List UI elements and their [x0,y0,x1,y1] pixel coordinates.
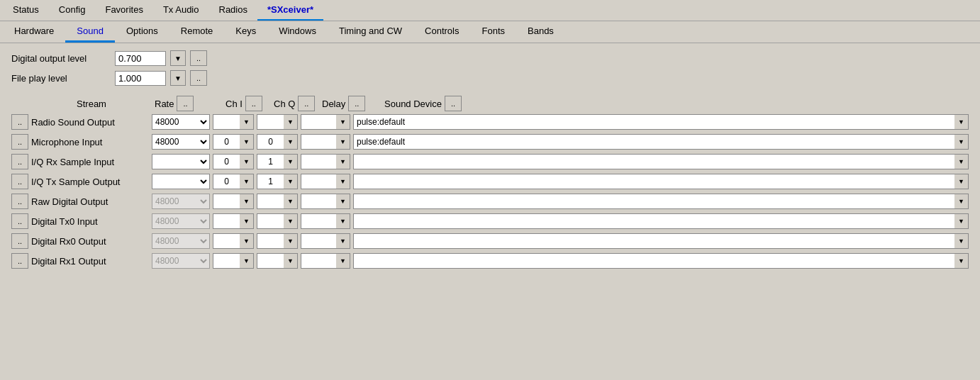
ch-i-input[interactable] [213,134,240,150]
ch-q-dropdown[interactable]: ▼ [284,253,298,269]
tab-windows[interactable]: Windows [267,21,328,43]
ch-i-input[interactable] [213,213,240,229]
device-input[interactable] [353,253,954,269]
ch-q-input[interactable] [257,114,284,130]
ch-i-dropdown[interactable]: ▼ [240,233,254,249]
ch-i-dropdown[interactable]: ▼ [240,253,254,269]
delay-dropdown[interactable]: ▼ [336,213,350,229]
delay-input[interactable] [301,194,336,209]
device-dropdown[interactable]: ▼ [954,233,969,249]
ch-q-dropdown[interactable]: ▼ [284,213,298,229]
device-input[interactable] [353,213,954,229]
ch-q-dropdown[interactable]: ▼ [284,174,298,189]
device-dropdown[interactable]: ▼ [954,134,969,150]
device-input[interactable] [353,233,954,249]
row-dots-btn[interactable]: .. [11,154,28,169]
row-dots-btn[interactable]: .. [11,253,28,269]
menu-item-sxceiver[interactable]: *SXceiver* [257,0,323,21]
ch-i-dropdown[interactable]: ▼ [240,213,254,229]
file-play-input[interactable] [115,71,166,86]
rate-select[interactable]: 8000110251600022050441004800096000192000 [152,174,210,189]
ch-i-input[interactable] [213,194,240,209]
row-dots-btn[interactable]: .. [11,134,28,150]
ch-i-dropdown[interactable]: ▼ [240,114,254,130]
tab-fonts[interactable]: Fonts [470,21,516,43]
rate-select[interactable]: 8000110251600022050441004800096000192000 [152,213,210,229]
delay-input[interactable] [301,233,336,249]
delay-dropdown[interactable]: ▼ [336,253,350,269]
ch-i-input[interactable] [213,253,240,269]
ch-i-input[interactable] [213,114,240,130]
delay-input[interactable] [301,114,336,130]
header-delay-dots[interactable]: .. [348,96,365,111]
tab-keys[interactable]: Keys [224,21,267,43]
delay-input[interactable] [301,174,336,189]
tab-options[interactable]: Options [115,21,169,43]
menu-item-config[interactable]: Config [49,0,96,21]
file-play-dropdown[interactable]: ▼ [170,70,186,86]
device-dropdown[interactable]: ▼ [954,114,969,130]
ch-q-dropdown[interactable]: ▼ [284,114,298,130]
delay-input[interactable] [301,134,336,150]
row-dots-btn[interactable]: .. [11,194,28,209]
rate-select[interactable]: 8000110251600022050441004800096000192000 [152,154,210,169]
delay-dropdown[interactable]: ▼ [336,154,350,169]
row-dots-btn[interactable]: .. [11,213,28,229]
device-dropdown[interactable]: ▼ [954,213,969,229]
tab-hardware[interactable]: Hardware [3,21,65,43]
ch-q-input[interactable] [257,174,284,189]
device-input[interactable] [353,174,954,189]
menu-item-favorites[interactable]: Favorites [95,0,152,21]
file-play-dots[interactable]: .. [190,70,207,86]
device-input[interactable] [353,114,954,130]
header-chi-dots[interactable]: .. [245,96,262,111]
rate-select[interactable]: 8000110251600022050441004800096000192000 [152,114,210,130]
ch-q-input[interactable] [257,233,284,249]
digital-output-input[interactable] [115,51,166,66]
tab-timing-cw[interactable]: Timing and CW [328,21,413,43]
ch-i-input[interactable] [213,154,240,169]
header-rate-dots[interactable]: .. [177,96,194,111]
device-input[interactable] [353,154,954,169]
device-dropdown[interactable]: ▼ [954,194,969,209]
ch-q-dropdown[interactable]: ▼ [284,233,298,249]
tab-bands[interactable]: Bands [516,21,565,43]
menu-item-radios[interactable]: Radios [209,0,257,21]
ch-i-input[interactable] [213,233,240,249]
delay-dropdown[interactable]: ▼ [336,174,350,189]
ch-i-dropdown[interactable]: ▼ [240,134,254,150]
ch-q-dropdown[interactable]: ▼ [284,154,298,169]
device-dropdown[interactable]: ▼ [954,154,969,169]
rate-select[interactable]: 8000110251600022050441004800096000192000 [152,194,210,209]
delay-input[interactable] [301,154,336,169]
device-input[interactable] [353,134,954,150]
ch-i-dropdown[interactable]: ▼ [240,194,254,209]
row-dots-btn[interactable]: .. [11,174,28,189]
delay-input[interactable] [301,253,336,269]
ch-q-input[interactable] [257,213,284,229]
tab-controls[interactable]: Controls [413,21,470,43]
delay-dropdown[interactable]: ▼ [336,233,350,249]
ch-q-dropdown[interactable]: ▼ [284,194,298,209]
ch-i-dropdown[interactable]: ▼ [240,154,254,169]
rate-select[interactable]: 8000110251600022050441004800096000192000 [152,233,210,249]
ch-i-input[interactable] [213,174,240,189]
header-chq-dots[interactable]: .. [298,96,315,111]
delay-dropdown[interactable]: ▼ [336,194,350,209]
digital-output-dropdown[interactable]: ▼ [170,50,186,66]
device-dropdown[interactable]: ▼ [954,253,969,269]
ch-q-dropdown[interactable]: ▼ [284,134,298,150]
device-input[interactable] [353,194,954,209]
delay-dropdown[interactable]: ▼ [336,114,350,130]
row-dots-btn[interactable]: .. [11,233,28,249]
ch-q-input[interactable] [257,194,284,209]
row-dots-btn[interactable]: .. [11,114,28,130]
delay-dropdown[interactable]: ▼ [336,134,350,150]
delay-input[interactable] [301,213,336,229]
rate-select[interactable]: 8000110251600022050441004800096000192000 [152,253,210,269]
ch-i-dropdown[interactable]: ▼ [240,174,254,189]
tab-sound[interactable]: Sound [65,21,115,43]
digital-output-dots[interactable]: .. [190,50,207,66]
header-device-dots[interactable]: .. [445,96,462,111]
ch-q-input[interactable] [257,253,284,269]
